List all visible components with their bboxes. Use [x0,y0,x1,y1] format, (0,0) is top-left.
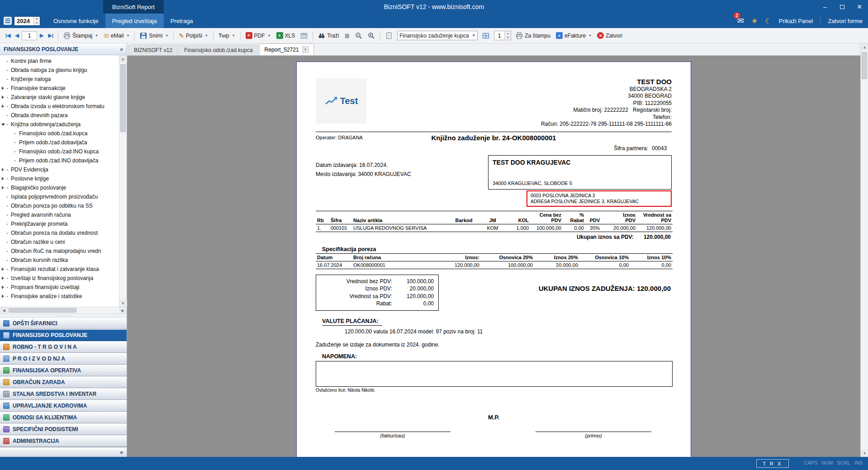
first-page-button[interactable]: |◀ [4,31,13,40]
report-window-tab[interactable]: BizniSoft Report [103,0,164,14]
cyrillic-toggle-button[interactable]: Ћир▼ [216,31,237,41]
report-vertical-scrollbar[interactable]: ▲ ▼ [860,43,868,457]
refresh-layout-button[interactable] [480,30,492,41]
zoom-in-button[interactable] [365,30,377,41]
page-number-input[interactable] [22,31,37,40]
tab-biznisoft-v12[interactable]: BIZNISOFT v12 [128,45,178,55]
section-upravljanje-kadrovima[interactable]: UPRAVLJANJE KADROVIMA [0,400,127,412]
chevron-down-icon[interactable]: ▼ [232,34,235,37]
sidebar-collapse-button[interactable]: « [120,46,123,52]
print-button[interactable]: Štampaj▼ [61,30,100,41]
tree-item[interactable]: -Obračun kursnih razlika [0,256,119,265]
efakture-button[interactable]: e eFakture▼ [554,30,594,41]
expand-icon[interactable] [2,267,4,271]
tree-item[interactable]: -Zatvaranje stavki glavne knjige [0,93,119,102]
scroll-thumb[interactable] [9,308,76,313]
copies-spinner[interactable]: ▲▼ [504,31,511,40]
chevron-down-icon[interactable]: ▼ [126,34,129,37]
tree-item[interactable]: -Obračun poreza na dodatu vrednost [0,228,119,237]
section-robno-trgovina[interactable]: ROBNO - T R G O V I N A [0,341,127,353]
year-input[interactable] [14,17,33,25]
scroll-thumb[interactable] [862,52,867,79]
close-button[interactable]: ✕ [851,0,868,14]
tree-item[interactable]: -Finansijske transakcije [0,84,119,93]
section-administracija[interactable]: ADMINISTRACIJA [0,435,127,447]
close-report-button[interactable]: ✕ Zatvori [595,30,625,41]
email-button[interactable]: ✉ eMail▼ [101,31,132,41]
section-finansijska-operativa[interactable]: FINANSIJSKA OPERATIVA [0,365,127,376]
zoom-out-button[interactable] [353,30,365,41]
save-button[interactable]: Snimi▼ [138,30,171,41]
tree-item[interactable]: -Pregled avansnih računa [0,210,119,219]
section-specificni-podsistemi[interactable]: SPECIFIČNI PODSISTEMI [0,423,127,435]
tab-finansijsko-odob-zad-kupca[interactable]: Finansijsko odob./zad.kupca [179,45,258,55]
tree-item[interactable]: -Poslovne knjige [0,174,119,183]
tree-item[interactable]: -Blagajničko poslovanje [0,183,119,192]
prikazi-panel-button[interactable]: Prikaži Panel [779,18,813,24]
expand-icon[interactable] [2,294,4,298]
scroll-up-arrow[interactable]: ▲ [119,55,127,62]
tree-item[interactable]: -Prijem odob./zad.INO dobavljača [0,156,119,165]
mail-notification[interactable]: 2 ✉ [737,16,744,26]
section-stalna-sredstva[interactable]: STALNA SREDSTVA I INVENTAR [0,388,127,400]
toc-button[interactable]: ≣ [342,31,352,41]
tree-item[interactable]: -Isplata poljoprivrednom proizvođaču [0,192,119,201]
tree-item[interactable]: -Obrada naloga za glavnu knjigu [0,66,119,75]
tree-vertical-scrollbar[interactable]: ▲ ▼ [119,55,127,307]
tree-item[interactable]: -Izveštaji iz finansijskog poslovanja [0,274,119,283]
tree-item[interactable]: -Obrada izvoda u elektronskom formatu [0,102,119,111]
expand-icon[interactable] [2,186,4,190]
maximize-button[interactable] [834,0,851,14]
expand-icon[interactable] [2,285,4,289]
tab-pregled-izvestaja[interactable]: Pregled izveštaja [105,14,164,28]
tree-item[interactable]: -Finansijsko odob./zad.kupca [0,129,119,138]
sidebar-more-bar[interactable]: » [0,447,127,457]
expand-icon[interactable] [2,168,4,171]
copies-input[interactable] [494,33,504,39]
tree-item[interactable]: -Obrada dnevnih pazara [0,111,119,120]
tab-osnovne-funkcije[interactable]: Osnovne funkcije [47,14,105,28]
scroll-down-arrow[interactable]: ▼ [861,450,868,457]
tree-item[interactable]: -Finansijske analize i statistike [0,292,119,301]
report-viewport[interactable]: Test TEST DOO BEOGRADSKA 2 34000 BEOGRAD… [127,56,860,457]
scroll-thumb[interactable] [120,64,126,132]
minimize-button[interactable]: – [816,0,834,14]
report-type-select[interactable]: Finansijsko zaduženje kupca ▼ [397,31,478,40]
tree-item[interactable]: -Kontni plan firme [0,57,119,66]
export-pdf-button[interactable]: P PDF▼ [243,30,273,41]
expand-icon[interactable] [2,276,4,280]
app-menu-icon[interactable] [4,17,12,25]
sidebar-splitter-handle[interactable]: ········· [0,313,127,318]
tree-item[interactable]: -Finansijsko odob./zad.INO kupca [0,147,119,156]
expand-icon[interactable] [2,95,4,99]
scroll-down-arrow[interactable]: ▼ [119,299,127,307]
tree-item[interactable]: -Obračun razlike u ceni [0,237,119,247]
print-copy-button[interactable]: Za štampu [513,30,553,41]
chevron-down-icon[interactable]: ▼ [205,34,208,37]
scroll-right-arrow[interactable]: ▶ [119,307,127,314]
tree-item[interactable]: -Preknjižavanje prometa [0,219,119,228]
section-opsti-sifarnici[interactable]: OPŠTI ŠIFARNICI [0,318,127,329]
section-obracun-zarada[interactable]: OBRAČUN ZARADA [0,376,127,388]
collapse-icon[interactable] [1,123,5,126]
expand-icon[interactable] [2,104,4,108]
last-page-button[interactable]: ▶| [46,31,55,40]
trx-indicator[interactable]: T R X [756,459,789,468]
tree-item[interactable]: -Finansijski rezultat i zatvaranje klasa [0,265,119,274]
tree-item[interactable]: -Obračun RuC na maloprodajnu vredn [0,247,119,256]
chevron-down-icon[interactable]: ▼ [95,34,98,37]
expand-icon[interactable] [2,177,4,180]
tree-item[interactable]: -Obračun poreza po odbitku na SS [0,201,119,210]
chevron-down-icon[interactable]: ▼ [588,34,592,37]
close-tab-icon[interactable]: ✕ [303,47,308,52]
chevron-down-icon[interactable]: ▼ [268,34,271,37]
page-setup-button[interactable] [383,30,395,41]
prev-page-button[interactable]: ◀ [14,31,21,40]
dark-theme-icon[interactable]: ☾ [765,17,771,25]
zatvori-forme-button[interactable]: Zatvori forme [828,18,863,24]
light-theme-icon[interactable]: ☀ [751,17,758,25]
year-spinner[interactable]: ▲▼ [33,17,40,25]
sign-button[interactable]: ✎ Potpiši▼ [176,31,210,41]
tree-horizontal-scrollbar[interactable]: ◀ ▶ [0,307,127,313]
tree-item[interactable]: -PDV Evidencija [0,165,119,174]
